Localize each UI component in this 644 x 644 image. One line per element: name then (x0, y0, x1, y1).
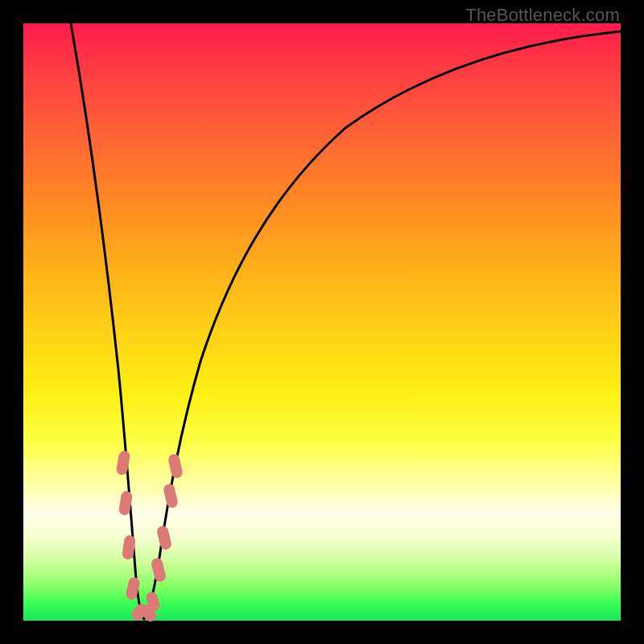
bead-marker (163, 483, 179, 509)
bead-marker (156, 525, 173, 551)
plot-area (23, 23, 621, 621)
attribution-label: TheBottleneck.com (465, 5, 620, 26)
curve-svg (23, 23, 621, 621)
bead-marker (151, 557, 167, 583)
bottleneck-curve (71, 23, 621, 619)
bead-group (116, 450, 184, 624)
bead-marker (167, 453, 184, 479)
outer-frame: TheBottleneck.com (0, 0, 644, 644)
